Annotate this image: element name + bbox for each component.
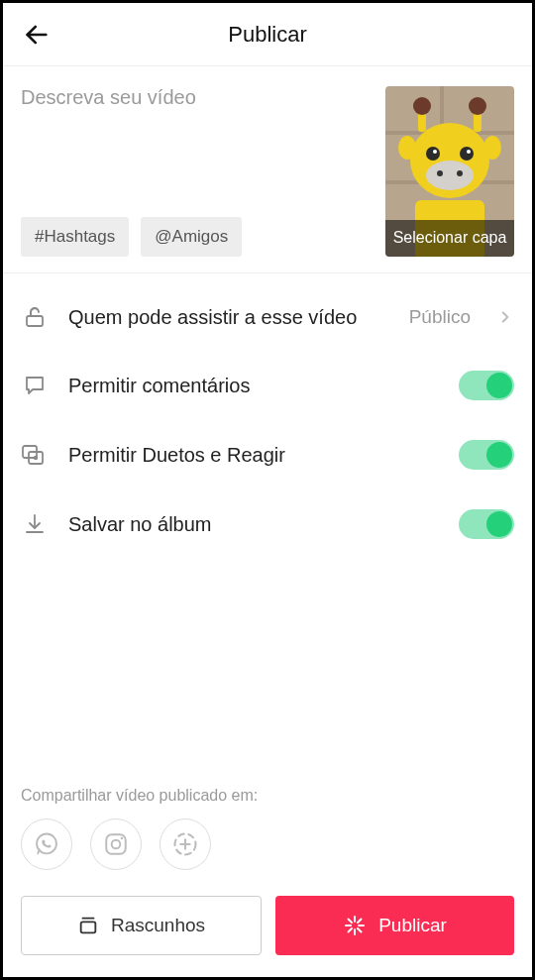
select-cover-button[interactable]: Selecionar capa [385, 86, 514, 257]
svg-line-39 [358, 928, 362, 932]
caption-chips: #Hashtags @Amigos [21, 217, 372, 257]
drafts-label: Rascunhos [111, 915, 205, 936]
svg-point-17 [413, 97, 431, 115]
svg-point-10 [457, 170, 463, 176]
duets-toggle[interactable] [459, 440, 514, 470]
duet-icon [21, 441, 49, 469]
instagram-icon [103, 831, 129, 857]
privacy-value: Público [409, 306, 471, 328]
svg-point-13 [433, 150, 437, 154]
caption-area: Descreva seu vídeo #Hashtags @Amigos [3, 66, 532, 273]
comment-icon [21, 372, 49, 399]
drafts-icon [77, 915, 99, 936]
svg-rect-32 [81, 922, 96, 932]
arrow-left-icon [23, 21, 51, 49]
page-title: Publicar [228, 22, 306, 48]
lock-open-icon [21, 303, 49, 331]
privacy-row[interactable]: Quem pode assistir a esse vídeo Público [3, 283, 532, 351]
bottom-bar: Rascunhos Publicar [3, 886, 532, 977]
share-label: Compartilhar vídeo publicado em: [21, 787, 514, 805]
svg-point-19 [398, 136, 416, 160]
save-album-toggle[interactable] [459, 509, 514, 539]
comments-toggle[interactable] [459, 371, 514, 400]
share-section: Compartilhar vídeo publicado em: [3, 787, 532, 870]
comments-row: Permitir comentários [3, 351, 532, 420]
svg-point-11 [426, 147, 440, 161]
svg-point-27 [112, 840, 121, 849]
svg-rect-21 [27, 316, 43, 326]
svg-point-12 [460, 147, 474, 161]
caption-left: Descreva seu vídeo #Hashtags @Amigos [21, 86, 372, 257]
duets-row: Permitir Duetos e Reagir [3, 420, 532, 490]
hashtags-chip[interactable]: #Hashtags [21, 217, 129, 257]
caption-input[interactable]: Descreva seu vídeo [21, 86, 372, 195]
save-album-row: Salvar no álbum [3, 490, 532, 559]
drafts-button[interactable]: Rascunhos [21, 896, 262, 955]
share-icons [21, 818, 514, 870]
save-album-label: Salvar no álbum [68, 513, 439, 536]
svg-line-38 [349, 920, 353, 924]
share-whatsapp-button[interactable] [21, 818, 72, 870]
mentions-chip[interactable]: @Amigos [141, 217, 242, 257]
comments-label: Permitir comentários [68, 375, 439, 397]
add-more-icon [171, 830, 199, 858]
svg-point-24 [34, 456, 38, 460]
svg-line-40 [349, 928, 353, 932]
publish-icon [343, 914, 367, 937]
svg-point-8 [426, 161, 474, 190]
svg-line-41 [358, 920, 362, 924]
share-instagram-button[interactable] [90, 818, 142, 870]
svg-point-9 [437, 170, 443, 176]
publish-label: Publicar [378, 915, 447, 936]
svg-point-14 [467, 150, 471, 154]
publish-button[interactable]: Publicar [275, 896, 514, 955]
duets-label: Permitir Duetos e Reagir [68, 444, 439, 467]
settings-list: Quem pode assistir a esse vídeo Público … [3, 273, 532, 569]
download-icon [21, 510, 49, 538]
svg-point-18 [469, 97, 486, 115]
share-more-button[interactable] [160, 818, 211, 870]
header: Publicar [3, 3, 532, 66]
svg-point-28 [121, 837, 124, 840]
back-button[interactable] [17, 15, 56, 54]
privacy-label: Quem pode assistir a esse vídeo [68, 306, 389, 329]
select-cover-label: Selecionar capa [385, 220, 514, 257]
chevron-right-icon [496, 308, 514, 326]
whatsapp-icon [33, 830, 60, 858]
svg-point-20 [483, 136, 501, 160]
